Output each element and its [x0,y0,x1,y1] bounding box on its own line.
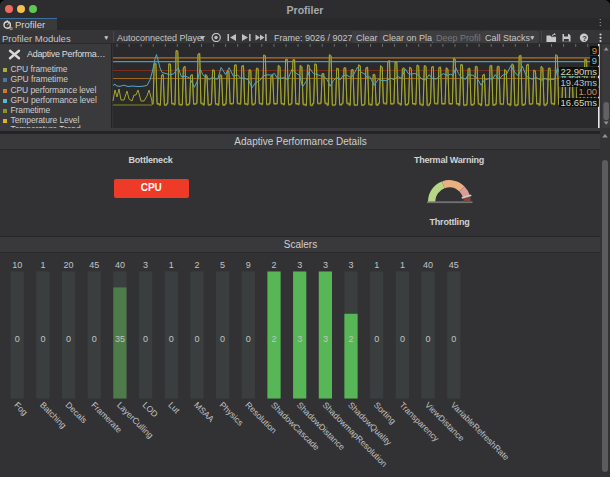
svg-text:40: 40 [423,260,433,270]
svg-text:0: 0 [194,334,199,344]
svg-text:1: 1 [400,260,405,270]
svg-text:2: 2 [271,334,276,344]
svg-text:0: 0 [15,334,20,344]
svg-text:Fog: Fog [12,400,30,418]
svg-text:35: 35 [115,334,125,344]
svg-text:5: 5 [220,260,225,270]
svg-text:3: 3 [143,260,148,270]
svg-text:10: 10 [12,260,22,270]
svg-text:0: 0 [40,334,45,344]
svg-text:?: ? [582,33,587,42]
svg-text:1: 1 [169,260,174,270]
svg-text:MSAA: MSAA [192,400,216,424]
svg-text:Physics: Physics [218,400,246,428]
svg-text:0: 0 [246,334,251,344]
svg-text:45: 45 [449,260,459,270]
svg-text:LOD: LOD [141,400,160,419]
svg-text:1: 1 [40,260,45,270]
svg-text:0: 0 [66,334,71,344]
svg-text:0: 0 [220,334,225,344]
svg-text:Lut: Lut [166,400,182,416]
svg-text:2: 2 [348,334,353,344]
svg-text:0: 0 [426,334,431,344]
svg-text:Batching: Batching [38,400,69,431]
svg-text:0: 0 [400,334,405,344]
svg-text:40: 40 [115,260,125,270]
svg-text:45: 45 [89,260,99,270]
svg-text:3: 3 [323,260,328,270]
svg-text:0: 0 [169,334,174,344]
svg-text:0: 0 [92,334,97,344]
svg-text:9: 9 [246,260,251,270]
svg-text:0: 0 [143,334,148,344]
svg-text:3: 3 [323,334,328,344]
svg-text:2: 2 [271,260,276,270]
svg-text:2: 2 [194,260,199,270]
svg-text:1: 1 [374,260,379,270]
svg-text:20: 20 [64,260,74,270]
svg-text:3: 3 [297,334,302,344]
svg-text:3: 3 [297,260,302,270]
svg-text:3: 3 [348,260,353,270]
svg-text:0: 0 [451,334,456,344]
svg-text:0: 0 [374,334,379,344]
